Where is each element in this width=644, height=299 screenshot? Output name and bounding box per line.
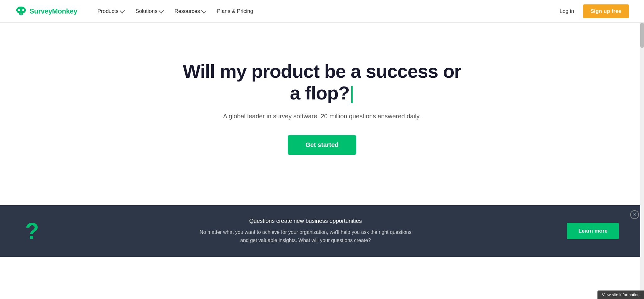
get-started-button[interactable]: Get started (288, 135, 356, 155)
products-chevron-icon (119, 8, 125, 13)
question-mark-icon: ? (25, 220, 44, 242)
svg-point-2 (22, 9, 24, 11)
nav-products[interactable]: Products (92, 6, 129, 17)
login-button[interactable]: Log in (556, 6, 578, 17)
signup-button[interactable]: Sign up free (583, 4, 629, 18)
banner-title: Questions create new business opportunit… (59, 218, 552, 224)
resources-label: Resources (175, 8, 200, 14)
products-label: Products (97, 8, 119, 14)
hero-section: Will my product be a success or a flop?|… (0, 23, 644, 205)
nav-resources[interactable]: Resources (169, 6, 211, 17)
scrollbar[interactable] (640, 23, 644, 257)
hero-title: Will my product be a success or a flop?| (180, 60, 464, 104)
banner-body: No matter what you want to achieve for y… (199, 228, 413, 244)
svg-point-1 (18, 9, 20, 11)
resources-chevron-icon (201, 8, 207, 13)
bottom-banner: ? Questions create new business opportun… (0, 205, 644, 257)
logo-link[interactable]: SurveyMonkey (15, 5, 77, 17)
close-banner-button[interactable]: × (630, 210, 639, 219)
learn-more-button[interactable]: Learn more (567, 223, 619, 239)
navbar: SurveyMonkey Products Solutions Resource… (0, 0, 644, 23)
nav-actions: Log in Sign up free (556, 4, 629, 18)
hero-title-text: Will my product be a success or a flop? (183, 61, 461, 104)
scrollbar-thumb[interactable] (640, 23, 644, 48)
nav-plans[interactable]: Plans & Pricing (212, 6, 258, 17)
svg-point-0 (16, 6, 26, 14)
banner-content: Questions create new business opportunit… (59, 218, 552, 244)
plans-label: Plans & Pricing (217, 8, 253, 14)
solutions-label: Solutions (136, 8, 158, 14)
nav-solutions[interactable]: Solutions (130, 6, 168, 17)
solutions-chevron-icon (158, 8, 164, 13)
hero-cursor: | (350, 82, 354, 104)
brand-name: SurveyMonkey (30, 7, 77, 15)
hero-subtitle: A global leader in survey software. 20 m… (223, 113, 421, 120)
nav-links: Products Solutions Resources Plans & Pri… (92, 6, 556, 17)
logo-icon (15, 5, 27, 17)
